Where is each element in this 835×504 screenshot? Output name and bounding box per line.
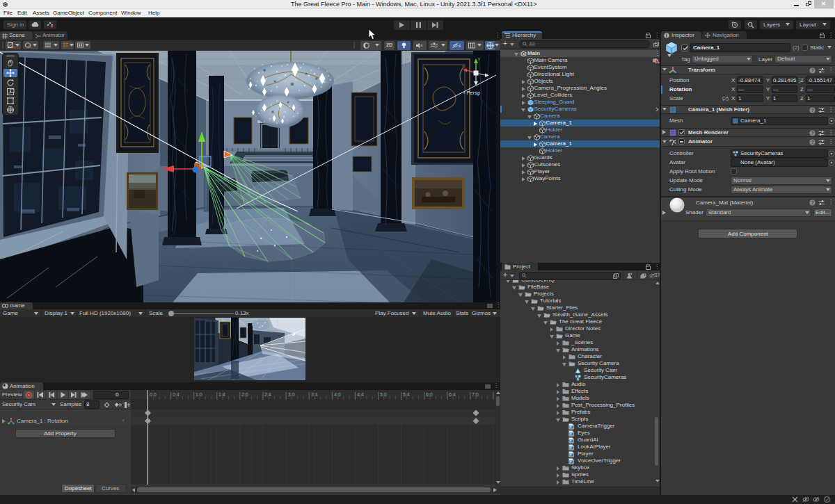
svg-text:#: # xyxy=(570,439,572,443)
svg-text:?: ? xyxy=(811,108,814,113)
svg-text:x: x xyxy=(462,64,464,68)
svg-text:y: y xyxy=(478,56,480,60)
svg-text:?: ? xyxy=(811,200,814,205)
svg-text:#: # xyxy=(570,432,572,436)
svg-text:#: # xyxy=(570,446,572,450)
svg-text:6: 6 xyxy=(459,44,461,48)
svg-text:#: # xyxy=(570,425,572,429)
svg-text:#: # xyxy=(570,453,572,457)
svg-text:‹ Persp: ‹ Persp xyxy=(463,90,480,96)
svg-text:?: ? xyxy=(811,131,814,136)
svg-text:#: # xyxy=(570,460,572,464)
svg-text:?: ? xyxy=(811,140,814,145)
svg-text:?: ? xyxy=(811,68,814,73)
